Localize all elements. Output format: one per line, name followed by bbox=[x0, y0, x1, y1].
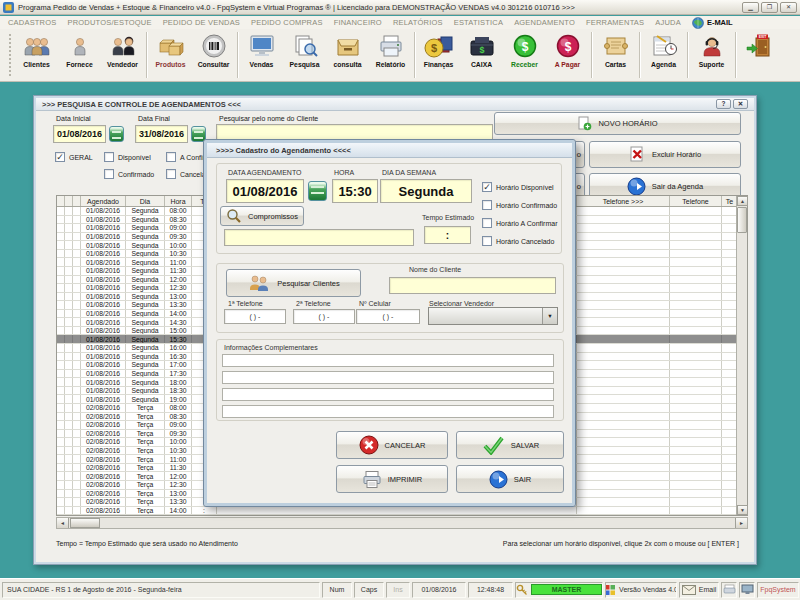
dia-semana-input[interactable]: Segunda bbox=[380, 179, 472, 203]
status-option-1[interactable]: Horário Confirmado bbox=[482, 200, 557, 210]
table-cell bbox=[670, 207, 722, 215]
status-checkbox[interactable] bbox=[482, 236, 492, 246]
telefone2-input[interactable]: ( ) - bbox=[293, 309, 355, 324]
table-cell: Terça bbox=[126, 430, 165, 438]
vertical-scrollbar[interactable]: ▲ ▼ bbox=[736, 196, 747, 515]
vendedor-select[interactable]: ▼ bbox=[428, 307, 558, 325]
horizontal-scroll-thumb[interactable] bbox=[70, 518, 100, 528]
cancel-icon bbox=[359, 435, 379, 455]
help-button[interactable]: ? bbox=[716, 99, 731, 109]
telefone1-input[interactable]: ( ) - bbox=[224, 309, 286, 324]
disponivel-checkbox[interactable] bbox=[104, 152, 114, 162]
toolbar-vendas[interactable]: Vendas bbox=[240, 29, 283, 81]
tempo-estimado-label: Tempo Estimado bbox=[422, 214, 474, 221]
table-cell bbox=[217, 507, 577, 515]
compromissos-button[interactable]: Compromissos bbox=[220, 206, 304, 226]
data-final-input[interactable]: 31/08/2016 bbox=[135, 125, 188, 143]
status-option-3[interactable]: Horário Cancelado bbox=[482, 236, 557, 246]
restore-button[interactable]: ❐ bbox=[761, 2, 778, 13]
toolbar-cartas[interactable]: Cartas bbox=[594, 29, 637, 81]
compromisso-input[interactable] bbox=[224, 229, 414, 246]
novo-horario-button[interactable]: NOVO HORÁRIO bbox=[494, 112, 741, 135]
menu-item-relat-rios[interactable]: RELATÓRIOS bbox=[393, 18, 443, 27]
celular-input[interactable]: ( ) - bbox=[356, 309, 420, 324]
toolbar-consultar[interactable]: Consultar bbox=[192, 29, 235, 81]
toolbar-financas[interactable]: $Finanças bbox=[417, 29, 460, 81]
scroll-up-icon[interactable]: ▲ bbox=[737, 196, 748, 206]
pesquisar-clientes-button[interactable]: Pesquisar Clientes bbox=[226, 269, 361, 297]
dialog-calendar-button[interactable] bbox=[308, 181, 327, 201]
menu-item-ferramentas[interactable]: FERRAMENTAS bbox=[586, 18, 644, 27]
toolbar-fornece[interactable]: Fornece bbox=[58, 29, 101, 81]
excluir-horario-button[interactable]: Excluir Horário bbox=[589, 141, 741, 168]
filter-confirmado[interactable]: Confirmado bbox=[104, 169, 154, 179]
toolbar-suporte[interactable]: Suporte bbox=[690, 29, 733, 81]
scroll-down-icon[interactable]: ▼ bbox=[737, 505, 748, 515]
menu-item-ajuda[interactable]: AJUDA bbox=[655, 18, 681, 27]
table-cell bbox=[65, 464, 73, 472]
column-header[interactable]: Hora bbox=[165, 196, 192, 206]
filter-disponivel[interactable]: Disponível bbox=[104, 152, 151, 162]
tempo-estimado-input[interactable]: : bbox=[424, 226, 471, 244]
horizontal-scrollbar[interactable]: ◄ ► bbox=[56, 517, 748, 529]
toolbar-pesquisa[interactable]: Pesquisa bbox=[283, 29, 326, 81]
status-option-0[interactable]: ✓Horário Disponível bbox=[482, 182, 557, 192]
toolbar-sair-exit[interactable]: EXIT bbox=[738, 29, 781, 81]
toolbar-produtos[interactable]: Produtos bbox=[149, 29, 192, 81]
column-header[interactable] bbox=[65, 196, 73, 206]
column-header[interactable]: Telefone >>> bbox=[577, 196, 670, 206]
column-header[interactable] bbox=[57, 196, 65, 206]
menu-item-email[interactable]: E-MAIL bbox=[692, 17, 733, 29]
menu-item-financeiro[interactable]: FINANCEIRO bbox=[334, 18, 382, 27]
close-button[interactable]: ✕ bbox=[780, 2, 797, 13]
imprimir-button[interactable]: IMPRIMIR bbox=[336, 465, 448, 493]
data-inicial-input[interactable]: 01/08/2016 bbox=[53, 125, 106, 143]
scroll-left-icon[interactable]: ◄ bbox=[57, 518, 69, 528]
toolbar-vendedor[interactable]: Vendedor bbox=[101, 29, 144, 81]
menu-item-produtos-estoque[interactable]: PRODUTOS/ESTOQUE bbox=[67, 18, 151, 27]
column-header[interactable] bbox=[73, 196, 81, 206]
confirmado-checkbox[interactable] bbox=[104, 169, 114, 179]
vertical-scroll-thumb[interactable] bbox=[737, 207, 747, 233]
status-checkbox[interactable] bbox=[482, 200, 492, 210]
column-header[interactable]: Dia bbox=[126, 196, 165, 206]
toolbar-clientes[interactable]: Clientes bbox=[15, 29, 58, 81]
table-row[interactable]: 02/08/2016Terça14:00: bbox=[57, 507, 747, 515]
minimize-button[interactable]: ▁ bbox=[742, 2, 759, 13]
status-option-2[interactable]: Horário A Confirmar bbox=[482, 218, 557, 228]
table-cell: 02/08/2016 bbox=[81, 455, 126, 463]
filter-geral[interactable]: ✓ GERAL bbox=[55, 152, 93, 162]
window-close-button[interactable]: ✕ bbox=[733, 99, 748, 109]
a-confirmar-checkbox[interactable] bbox=[166, 152, 176, 162]
toolbar-consulta[interactable]: consulta bbox=[326, 29, 369, 81]
info-input-1[interactable] bbox=[222, 354, 554, 367]
column-header[interactable]: Telefone bbox=[670, 196, 722, 206]
info-input-3[interactable] bbox=[222, 388, 554, 401]
menu-item-agendamento[interactable]: AGENDAMENTO bbox=[514, 18, 575, 27]
hora-input[interactable]: 15:30 bbox=[332, 179, 378, 203]
cancelar-button[interactable]: CANCELAR bbox=[336, 431, 448, 459]
status-checkbox[interactable]: ✓ bbox=[482, 182, 492, 192]
data-agendamento-input[interactable]: 01/08/2016 bbox=[226, 179, 304, 203]
toolbar-apagar[interactable]: $A Pagar bbox=[546, 29, 589, 81]
nome-cliente-input[interactable] bbox=[389, 277, 556, 294]
salvar-button[interactable]: SALVAR bbox=[456, 431, 564, 459]
toolbar-caixa[interactable]: $CAIXA bbox=[460, 29, 503, 81]
menu-item-pedido-de-vendas[interactable]: PEDIDO DE VENDAS bbox=[163, 18, 240, 27]
info-input-4[interactable] bbox=[222, 405, 554, 418]
menu-item-estatistica[interactable]: ESTATISTICA bbox=[454, 18, 503, 27]
scroll-right-icon[interactable]: ► bbox=[735, 518, 747, 528]
status-checkbox[interactable] bbox=[482, 218, 492, 228]
toolbar-agenda[interactable]: Agenda bbox=[642, 29, 685, 81]
toolbar-label: Relatório bbox=[376, 61, 405, 68]
sair-button[interactable]: SAIR bbox=[456, 465, 564, 493]
toolbar-receber[interactable]: $Receber bbox=[503, 29, 546, 81]
data-inicial-calendar-button[interactable] bbox=[109, 126, 124, 142]
cancelado-checkbox[interactable] bbox=[166, 169, 176, 179]
menu-item-pedido-compras[interactable]: PEDIDO COMPRAS bbox=[251, 18, 323, 27]
geral-checkbox[interactable]: ✓ bbox=[55, 152, 65, 162]
menu-item-cadastros[interactable]: CADASTROS bbox=[8, 18, 56, 27]
info-input-2[interactable] bbox=[222, 371, 554, 384]
toolbar-relatorio[interactable]: Relatório bbox=[369, 29, 412, 81]
column-header[interactable]: Agendado bbox=[81, 196, 126, 206]
